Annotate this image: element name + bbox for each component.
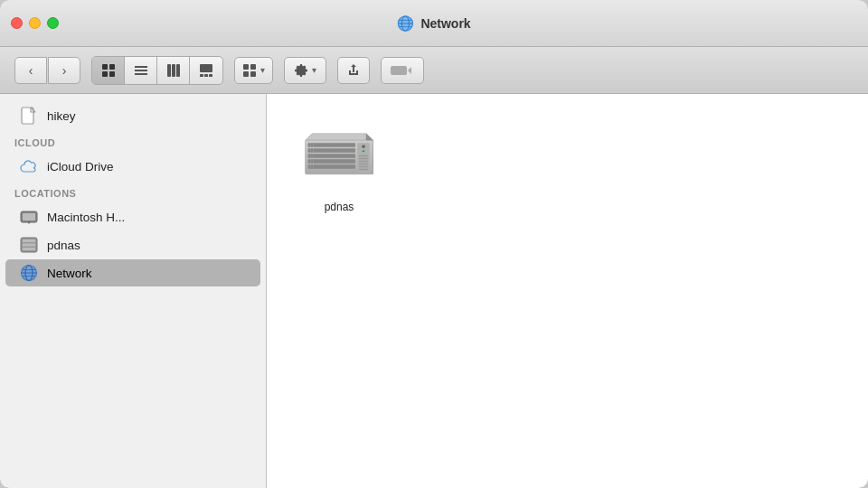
main-content: hikey iCloud iCloud Drive Locations [0,94,868,488]
network-globe-icon [397,15,413,32]
minimize-button[interactable] [29,17,41,29]
svg-point-56 [362,145,365,148]
svg-rect-62 [359,166,369,168]
gear-icon [294,63,308,78]
file-content: pdnas [267,94,868,488]
maximize-button[interactable] [47,17,59,29]
svg-rect-61 [359,164,369,165]
tag-icon [390,63,415,78]
list-view-button[interactable] [125,57,157,84]
arrange-chevron-icon: ▾ [260,65,265,75]
svg-rect-26 [23,213,35,221]
svg-rect-9 [135,66,147,68]
svg-rect-11 [135,73,147,75]
svg-marker-37 [306,134,373,141]
arrange-button[interactable]: ▾ [234,57,273,84]
back-icon: ‹ [29,63,33,78]
share-button[interactable] [337,57,370,84]
svg-rect-58 [359,155,369,157]
pdnas-file-icon [298,121,380,193]
macintosh-hd-icon [20,208,38,226]
svg-rect-24 [22,108,33,124]
tag-button[interactable] [381,57,424,84]
pdnas-file-label: pdnas [325,201,354,213]
sidebar-item-macintosh-hd[interactable]: Macintosh H... [5,203,260,230]
svg-rect-6 [109,64,115,70]
server-icon [298,121,380,193]
svg-rect-14 [176,64,180,77]
svg-rect-41 [308,148,356,153]
sidebar-item-icloud-drive[interactable]: iCloud Drive [5,153,260,180]
close-button[interactable] [11,17,23,29]
macintosh-hd-label: Macintosh H... [47,211,125,224]
icloud-drive-label: iCloud Drive [47,160,114,174]
svg-rect-19 [243,64,249,70]
locations-section-label: Locations [0,181,266,202]
svg-rect-40 [308,143,356,147]
pdnas-label: pdnas [47,239,80,252]
svg-point-27 [28,222,30,224]
svg-rect-30 [23,244,35,247]
traffic-lights [11,17,59,29]
share-icon [346,63,361,78]
svg-rect-16 [200,74,203,77]
column-icon [166,63,181,78]
titlebar: Network [0,0,868,47]
icon-view-button[interactable] [92,57,125,84]
svg-rect-42 [308,154,356,158]
svg-rect-12 [167,64,171,77]
svg-rect-21 [243,71,249,77]
network-sidebar-icon [20,264,38,282]
grid-icon [101,63,116,78]
icloud-section-label: iCloud [0,130,266,152]
hikey-label: hikey [47,109,76,123]
sidebar: hikey iCloud iCloud Drive Locations [0,94,267,488]
gallery-icon [199,63,213,78]
forward-button[interactable]: › [48,57,80,84]
svg-rect-29 [23,239,35,242]
pdnas-file-item[interactable]: pdnas [294,121,384,213]
action-chevron-icon: ▾ [312,65,316,75]
network-sidebar-label: Network [47,267,92,280]
window-title: Network [420,16,470,31]
nav-buttons: ‹ › [14,57,80,84]
toolbar: ‹ › [0,47,868,94]
column-view-button[interactable] [157,57,190,84]
svg-rect-22 [250,71,256,77]
finder-window: Network ‹ › [0,0,868,488]
svg-rect-8 [109,71,115,77]
sidebar-item-hikey[interactable]: hikey [5,102,260,129]
list-icon [134,63,148,78]
svg-rect-43 [308,159,356,164]
svg-rect-13 [172,64,175,77]
action-button[interactable]: ▾ [284,57,326,84]
svg-rect-20 [250,64,256,70]
sidebar-item-pdnas[interactable]: pdnas [5,231,260,258]
pdnas-icon [20,236,38,254]
icloud-drive-icon [20,157,38,175]
svg-rect-44 [308,164,356,169]
back-button[interactable]: ‹ [14,57,47,84]
arrange-icon [242,63,257,78]
svg-rect-59 [359,158,369,160]
view-buttons [91,56,223,85]
file-icon [20,107,38,125]
forward-icon: › [62,63,67,78]
svg-rect-63 [359,169,369,171]
svg-rect-60 [359,161,369,163]
svg-rect-10 [135,70,147,71]
svg-point-57 [363,150,364,152]
svg-rect-23 [391,66,407,75]
svg-rect-31 [23,248,35,250]
gallery-view-button[interactable] [190,57,222,84]
svg-rect-7 [102,71,108,77]
titlebar-center: Network [397,15,470,32]
svg-rect-5 [102,64,108,70]
svg-rect-15 [200,64,212,72]
sidebar-item-network[interactable]: Network [5,259,260,286]
svg-rect-18 [209,74,212,77]
svg-rect-17 [204,74,208,77]
